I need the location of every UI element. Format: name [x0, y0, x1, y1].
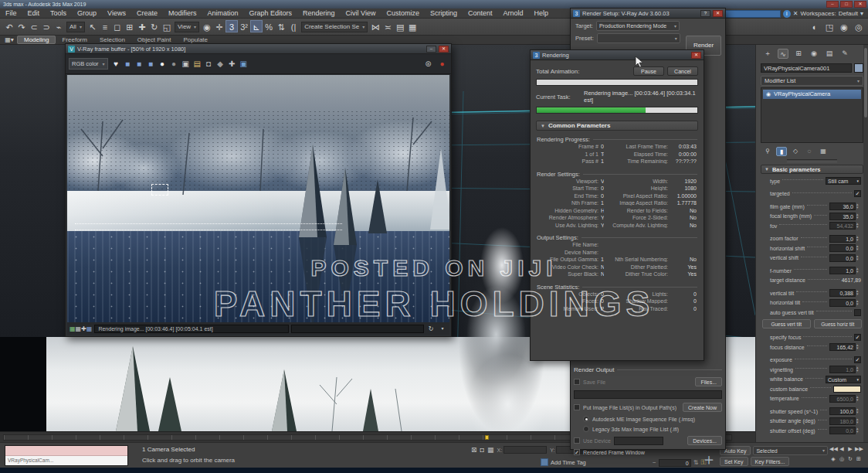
select-and-rotate-icon[interactable]: ↻: [148, 21, 161, 33]
spinner-icon[interactable]: ▲▼: [856, 408, 861, 414]
timeline-key-marker[interactable]: [485, 435, 489, 440]
time-tag[interactable]: Add Time Tag: [541, 458, 586, 466]
close-search-icon[interactable]: ✕: [793, 10, 798, 17]
chevron-down-icon[interactable]: ▾: [438, 325, 447, 333]
param-checkbox[interactable]: ✓: [854, 190, 861, 197]
modifier-list-dropdown[interactable]: Modifier List ▾: [761, 76, 863, 86]
play-icon[interactable]: ▶: [846, 444, 854, 454]
menu-graph-editors[interactable]: Graph Editors: [243, 9, 297, 19]
button-guess-vert-tilt[interactable]: Guess vert tilt: [762, 319, 811, 328]
color-swatch[interactable]: [833, 386, 861, 393]
menu-create[interactable]: Create: [131, 9, 163, 19]
load-image-icon[interactable]: ▤: [192, 58, 203, 70]
spinner-icon[interactable]: ▲▼: [856, 290, 861, 296]
track-mouse-icon[interactable]: ✚: [226, 58, 238, 70]
show-corrections-icon[interactable]: ♥: [110, 58, 122, 70]
align-icon[interactable]: ≍: [381, 21, 394, 33]
spinner-icon[interactable]: ▲▼: [856, 396, 861, 402]
param-value-field[interactable]: 36,0: [829, 202, 856, 210]
alpha-channel-icon[interactable]: ●: [168, 58, 180, 70]
render-setup-close-button[interactable]: ✕: [713, 10, 723, 17]
put-image-list-checkbox[interactable]: [574, 404, 580, 410]
help-search-input[interactable]: [717, 10, 781, 18]
button-guess-horiz-tilt[interactable]: Guess horiz tilt: [814, 319, 863, 328]
red-channel-icon[interactable]: ■: [122, 58, 134, 70]
param-checkbox[interactable]: [854, 309, 861, 316]
spinner-snap-icon[interactable]: ⇅: [275, 21, 287, 33]
hierarchy-tab[interactable]: ⊞: [793, 49, 804, 59]
utilities-tab[interactable]: ✎: [839, 49, 850, 59]
clear-image-icon[interactable]: ◘: [203, 58, 215, 70]
spinner-icon[interactable]: ▲▼: [856, 267, 861, 274]
pin-stack-icon[interactable]: ⚲: [762, 147, 773, 156]
menu-tools[interactable]: Tools: [45, 9, 72, 19]
param-value-field[interactable]: 35,0: [829, 213, 856, 220]
menu-civil-view[interactable]: Civil View: [341, 9, 381, 19]
select-and-move-icon[interactable]: ✚: [136, 21, 148, 33]
param-checkbox[interactable]: ✓: [854, 334, 861, 341]
param-value-field[interactable]: 0,0: [829, 427, 856, 434]
close-button[interactable]: ✕: [854, 1, 866, 8]
param-dropdown[interactable]: Custom▾: [826, 376, 861, 383]
param-value-field[interactable]: 6500,0: [829, 395, 856, 403]
select-object-icon[interactable]: ↖: [86, 21, 99, 33]
vfb-minimize-button[interactable]: –: [426, 46, 436, 53]
layer-manager-icon[interactable]: ▤: [394, 21, 406, 33]
param-value-field[interactable]: 180,0: [829, 417, 856, 425]
vfb-compare-icon[interactable]: ▦: [76, 325, 82, 332]
orbit-view-icon[interactable]: ↻: [846, 454, 854, 464]
edit-named-selection-icon[interactable]: (|: [287, 21, 300, 33]
show-end-result-icon[interactable]: ▮: [776, 147, 787, 156]
redo-icon[interactable]: ↷: [15, 21, 28, 33]
absolute-mode-icon[interactable]: ▦: [487, 446, 494, 454]
listener-pane[interactable]: VRayPhysicalCam...: [5, 456, 127, 465]
menu-content[interactable]: Content: [463, 9, 498, 19]
ribbon-tab-populate[interactable]: Populate: [177, 36, 214, 43]
mirror-icon[interactable]: ⋈: [369, 21, 381, 33]
stop-render-icon[interactable]: ●: [436, 58, 448, 70]
param-value-field[interactable]: 0,0: [829, 254, 856, 262]
render-iterative-icon[interactable]: ◎: [853, 21, 865, 33]
select-and-scale-icon[interactable]: ◱: [161, 21, 173, 33]
param-value-field[interactable]: 0,388: [829, 289, 856, 297]
maximize-viewport-icon[interactable]: ⊞: [855, 454, 863, 464]
spinner-icon[interactable]: ▲▼: [856, 203, 861, 209]
window-crossing-icon[interactable]: ⊞: [124, 21, 136, 33]
unlink-selection-icon[interactable]: ⊃: [40, 21, 53, 33]
zoom-view-icon[interactable]: ◎: [838, 454, 846, 464]
render-production-icon[interactable]: ◉: [838, 21, 850, 33]
vfb-stamp-icon[interactable]: ✚: [81, 325, 86, 332]
device-field[interactable]: [614, 437, 663, 445]
spinner-icon[interactable]: ▲▼: [856, 255, 861, 261]
modifier-stack[interactable]: ◉ VRayPhysicalCamera: [761, 87, 863, 143]
scrollbar-thumb[interactable]: [864, 48, 867, 117]
use-pivot-point-icon[interactable]: ◉: [201, 21, 213, 33]
go-to-start-icon[interactable]: ◀◀: [829, 444, 837, 454]
vfb-grid-icon[interactable]: ▦: [70, 325, 76, 332]
menu-animation[interactable]: Animation: [202, 9, 243, 19]
select-and-link-icon[interactable]: ⊂: [28, 21, 40, 33]
save-file-checkbox[interactable]: [574, 379, 580, 385]
percent-snap-icon[interactable]: %: [263, 21, 275, 33]
select-and-manipulate-icon[interactable]: ✛: [213, 21, 225, 33]
spinner-icon[interactable]: ▲▼: [856, 223, 861, 229]
vfb-history-icon[interactable]: ▦: [86, 325, 93, 332]
object-name-field[interactable]: [761, 63, 852, 73]
param-value-field[interactable]: 100,0: [829, 407, 856, 415]
vfb-titlebar[interactable]: V V-Ray frame buffer - [50% of 1920 x 10…: [66, 44, 451, 54]
object-color-swatch[interactable]: [854, 63, 863, 73]
rendering-dialog-close-button[interactable]: ✕: [691, 52, 701, 59]
menu-file[interactable]: File: [0, 9, 22, 19]
render-setup-titlebar[interactable]: 3 Render Setup: V-Ray Adv 3.60.03 ? ✕: [571, 9, 725, 19]
blue-channel-icon[interactable]: ■: [145, 58, 157, 70]
devices-button[interactable]: Devices...: [687, 436, 722, 445]
info-icon[interactable]: i: [783, 10, 791, 18]
param-dropdown[interactable]: Still cam▾: [826, 177, 861, 185]
common-parameters-rollout-header[interactable]: ▼ Common Parameters: [536, 121, 698, 131]
selection-lock-icon[interactable]: ◘: [480, 446, 484, 454]
files-button[interactable]: Files...: [695, 377, 722, 386]
param-checkbox[interactable]: ✓: [854, 356, 861, 363]
rendering-dialog-titlebar[interactable]: 3 Rendering ✕: [531, 50, 704, 60]
spinner-icon[interactable]: ▲▼: [856, 344, 861, 350]
cancel-button[interactable]: Cancel: [667, 66, 698, 76]
